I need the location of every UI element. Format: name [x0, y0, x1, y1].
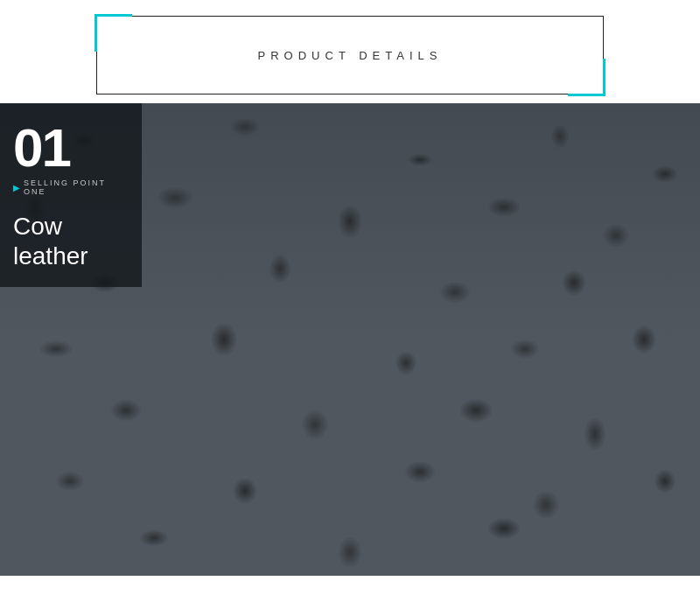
page-wrapper: PRODUCT DETAILS 01 ▶ SELLING POINT ONE C…	[0, 0, 700, 595]
selling-point-text: SELLING POINT ONE	[24, 178, 129, 196]
selling-number: 01	[13, 121, 129, 175]
leather-section: 01 ▶ SELLING POINT ONE Cow leather	[0, 103, 700, 576]
product-details-box: PRODUCT DETAILS	[96, 16, 604, 94]
product-details-label: PRODUCT DETAILS	[258, 49, 443, 62]
selling-point-label-row: ▶ SELLING POINT ONE	[13, 178, 129, 196]
text-overlay-panel: 01 ▶ SELLING POINT ONE Cow leather	[0, 103, 142, 287]
product-details-section: PRODUCT DETAILS	[0, 0, 700, 103]
selling-point-arrow-icon: ▶	[13, 183, 20, 192]
product-title: Cow leather	[13, 212, 129, 270]
